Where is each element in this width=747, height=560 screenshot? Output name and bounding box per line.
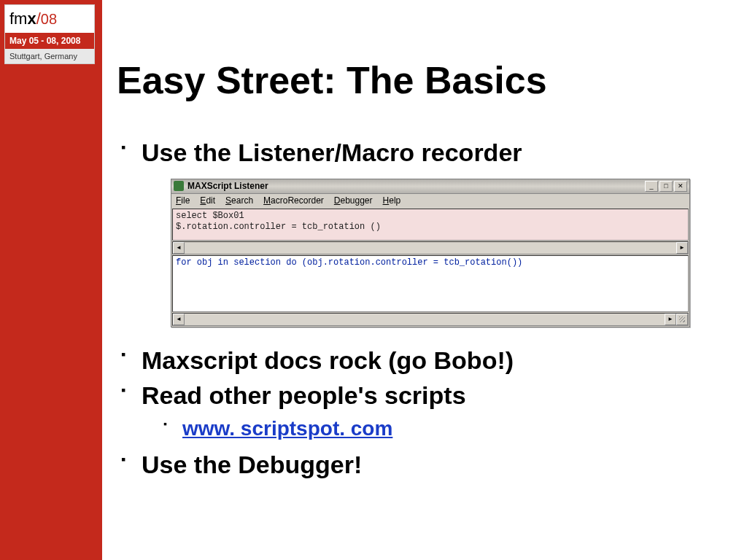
menu-debugger[interactable]: Debugger <box>334 195 373 206</box>
scroll-track[interactable] <box>185 314 665 325</box>
app-icon <box>174 181 184 191</box>
logo-brand-bold: x <box>27 9 36 28</box>
bullet-list: Use the Listener/Macro recorder MAXScrip… <box>117 137 722 480</box>
menu-help[interactable]: Help <box>383 195 401 206</box>
code-line-2: $.rotation.controller = tcb_rotation () <box>176 222 381 232</box>
window-titlebar: MAXScript Listener _ □ ✕ <box>171 179 689 194</box>
resize-grip-icon[interactable] <box>676 314 688 325</box>
maximize-button[interactable]: □ <box>659 181 673 192</box>
menu-search[interactable]: Search <box>225 195 253 206</box>
menu-file[interactable]: File <box>176 195 190 206</box>
scroll-right-icon[interactable]: ► <box>676 242 688 254</box>
code-line-1: select $Box01 <box>176 211 244 221</box>
slide-content: Easy Street: The Basics Use the Listener… <box>117 58 722 484</box>
maxscript-listener-window: MAXScript Listener _ □ ✕ File Edit Searc… <box>171 179 690 327</box>
window-title: MAXScript Listener <box>187 181 645 192</box>
scroll-left-icon[interactable]: ◄ <box>173 314 185 325</box>
scroll-right-icon[interactable]: ► <box>665 314 676 325</box>
sub-bullet-scriptspot: www. scriptspot. com <box>142 416 722 442</box>
logo-year: 08 <box>41 11 57 27</box>
logo-brand: fmx/08 <box>5 5 94 33</box>
slide-title: Easy Street: The Basics <box>117 58 722 102</box>
bullet-listener: Use the Listener/Macro recorder MAXScrip… <box>117 137 722 327</box>
sidebar-red-strip: fmx/08 May 05 - 08, 2008 Stuttgart, Germ… <box>0 0 102 560</box>
bullet-read-scripts-text: Read other people's scripts <box>142 381 466 409</box>
sub-bullet-list: www. scriptspot. com <box>142 416 722 442</box>
bullet-listener-text: Use the Listener/Macro recorder <box>142 139 522 166</box>
white-pane-hscrollbar[interactable]: ◄ ► <box>172 313 689 326</box>
bullet-debugger-text: Use the Debugger! <box>142 451 362 478</box>
logo-brand-prefix: fm <box>9 9 27 28</box>
logo-dates: May 05 - 08, 2008 <box>5 33 94 49</box>
minimize-button[interactable]: _ <box>645 181 658 192</box>
window-buttons: _ □ ✕ <box>645 181 687 192</box>
code-line-3: for obj in selection do (obj.rotation.co… <box>176 257 522 268</box>
macro-recorder-pane[interactable]: select $Box01 $.rotation.controller = tc… <box>172 209 689 241</box>
close-button[interactable]: ✕ <box>674 181 687 192</box>
bullet-docs: Maxscript docs rock (go Bobo!) <box>117 345 722 376</box>
scroll-left-icon[interactable]: ◄ <box>173 242 185 254</box>
scroll-track[interactable] <box>185 242 676 254</box>
event-logo: fmx/08 May 05 - 08, 2008 Stuttgart, Germ… <box>4 4 95 64</box>
logo-location: Stuttgart, Germany <box>5 49 94 63</box>
window-menubar: File Edit Search MacroRecorder Debugger … <box>171 194 689 208</box>
menu-edit[interactable]: Edit <box>200 195 215 206</box>
bullet-read-scripts: Read other people's scripts www. scripts… <box>117 380 722 442</box>
bullet-docs-text: Maxscript docs rock (go Bobo!) <box>142 346 514 374</box>
menu-macrorecorder[interactable]: MacroRecorder <box>263 195 324 206</box>
scriptspot-link[interactable]: www. scriptspot. com <box>182 417 392 440</box>
bullet-debugger: Use the Debugger! <box>117 449 722 481</box>
pink-pane-hscrollbar[interactable]: ◄ ► <box>172 241 689 254</box>
listener-output-pane[interactable]: for obj in selection do (obj.rotation.co… <box>172 255 689 312</box>
